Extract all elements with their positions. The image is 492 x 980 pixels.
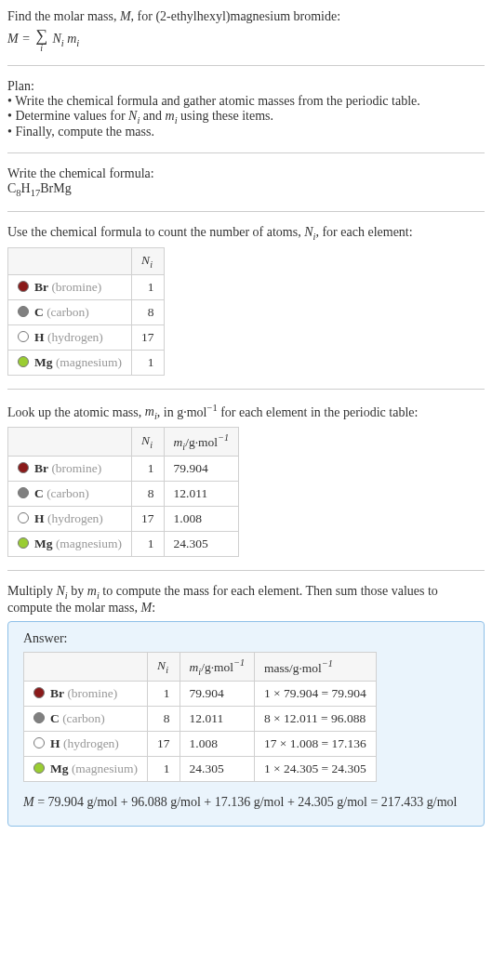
answer-label: Answer: xyxy=(23,631,469,646)
col-n: Ni xyxy=(132,428,165,457)
cell-mass: 1 × 24.305 = 24.305 xyxy=(254,757,376,782)
cell-n: 1 xyxy=(148,682,180,707)
element-color-dot xyxy=(18,512,29,523)
cell-n: 1 xyxy=(132,274,165,299)
count-heading: Use the chemical formula to count the nu… xyxy=(7,225,485,242)
table-header-row: Ni xyxy=(8,247,165,274)
cell-element: C (carbon) xyxy=(8,482,132,507)
cell-element: Br (bromine) xyxy=(8,274,132,299)
answer-table: Ni mi/g·mol−1 mass/g·mol−1 Br (bromine)1… xyxy=(23,652,377,782)
table-row: Br (bromine)1 xyxy=(8,274,165,299)
col-m: mi/g·mol−1 xyxy=(164,428,238,457)
cell-m: 24.305 xyxy=(164,532,238,557)
element-name: (bromine) xyxy=(67,686,117,700)
intro-formula: M = ∑i Ni mi xyxy=(7,28,485,52)
cell-mass: 17 × 1.008 = 17.136 xyxy=(254,732,376,757)
cell-element: Br (bromine) xyxy=(24,682,148,707)
plan-b2-post: using these items. xyxy=(178,109,273,123)
final-equation: M = 79.904 g/mol + 96.088 g/mol + 17.136… xyxy=(23,793,469,812)
cell-m: 24.305 xyxy=(180,757,254,782)
cell-n: 8 xyxy=(132,482,165,507)
col-m: mi/g·mol−1 xyxy=(180,653,254,682)
element-symbol: C xyxy=(50,711,60,725)
intro-block: Find the molar mass, M, for (2-ethylhexy… xyxy=(7,4,485,58)
cell-mass: 1 × 79.904 = 79.904 xyxy=(254,682,376,707)
divider xyxy=(7,65,485,66)
cell-element: H (hydrogen) xyxy=(24,732,148,757)
plan-bullet-3: • Finally, compute the mass. xyxy=(7,125,485,139)
col-element xyxy=(24,653,148,682)
mass-heading: Look up the atomic mass, mi, in g·mol−1 … xyxy=(7,403,485,421)
element-name: (hydrogen) xyxy=(47,511,103,525)
col-element xyxy=(8,247,132,274)
divider xyxy=(7,570,485,571)
cell-m: 1.008 xyxy=(164,507,238,532)
plan-b2-pre: • Determine values for xyxy=(7,109,128,123)
element-color-dot xyxy=(33,687,45,698)
element-symbol: H xyxy=(34,511,45,525)
element-name: (magnesium) xyxy=(72,761,138,775)
cell-element: C (carbon) xyxy=(24,707,148,732)
mul-mid: by xyxy=(68,584,87,598)
col-element xyxy=(8,428,132,457)
cell-element: Br (bromine) xyxy=(8,457,132,482)
cell-n: 8 xyxy=(148,707,180,732)
cell-element: H (hydrogen) xyxy=(8,507,132,532)
element-name: (magnesium) xyxy=(56,355,122,369)
cell-n: 1 xyxy=(132,457,165,482)
cell-n: 1 xyxy=(148,757,180,782)
table-row: Mg (magnesium)1 xyxy=(8,350,165,375)
element-symbol: Br xyxy=(34,280,48,294)
element-symbol: C xyxy=(34,305,44,319)
element-name: (carbon) xyxy=(47,486,89,500)
element-name: (bromine) xyxy=(51,280,101,294)
count-heading-pre: Use the chemical formula to count the nu… xyxy=(7,225,304,239)
chemformula-value: C8H17BrMg xyxy=(7,181,485,198)
cell-n: 1 xyxy=(132,350,165,375)
chemformula-block: Write the chemical formula: C8H17BrMg xyxy=(7,161,485,204)
plan-b2-mid: and xyxy=(140,109,165,123)
table-row: Br (bromine)179.9041 × 79.904 = 79.904 xyxy=(24,682,377,707)
mass-heading-pre: Look up the atomic mass, xyxy=(7,404,145,418)
element-name: (carbon) xyxy=(62,711,105,725)
table-header-row: Ni mi/g·mol−1 xyxy=(8,428,239,457)
table-row: H (hydrogen)171.00817 × 1.008 = 17.136 xyxy=(24,732,377,757)
final-equation-value: 79.904 g/mol + 96.088 g/mol + 17.136 g/m… xyxy=(48,795,458,809)
element-name: (hydrogen) xyxy=(47,330,103,344)
divider xyxy=(7,211,485,212)
cell-m: 79.904 xyxy=(164,457,238,482)
col-n: Ni xyxy=(132,247,165,274)
cell-element: H (hydrogen) xyxy=(8,324,132,350)
element-symbol: Br xyxy=(50,686,64,700)
cell-n: 1 xyxy=(132,532,165,557)
cell-n: 17 xyxy=(148,732,180,757)
element-color-dot xyxy=(18,281,29,292)
count-heading-post: , for each element: xyxy=(315,225,412,239)
element-color-dot xyxy=(33,762,45,774)
table-row: C (carbon)8 xyxy=(8,299,165,324)
table-row: Br (bromine)179.904 xyxy=(8,457,239,482)
element-symbol: Mg xyxy=(50,761,69,775)
divider xyxy=(7,389,485,390)
cell-element: Mg (magnesium) xyxy=(24,757,148,782)
element-symbol: Br xyxy=(34,461,48,475)
plan-bullet-2: • Determine values for Ni and mi using t… xyxy=(7,109,485,126)
mass-block: Look up the atomic mass, mi, in g·mol−1 … xyxy=(7,397,485,563)
element-color-dot xyxy=(18,462,29,473)
cell-m: 1.008 xyxy=(180,732,254,757)
cell-n: 17 xyxy=(132,507,165,532)
intro-text: Find the molar mass, M, for (2-ethylhexy… xyxy=(7,9,485,24)
table-row: H (hydrogen)171.008 xyxy=(8,507,239,532)
table-row: H (hydrogen)17 xyxy=(8,324,165,350)
col-mass: mass/g·mol−1 xyxy=(254,653,376,682)
chemformula-heading: Write the chemical formula: xyxy=(7,166,485,181)
element-symbol: H xyxy=(50,736,60,750)
multiply-heading: Multiply Ni by mi to compute the mass fo… xyxy=(7,584,485,616)
cell-n: 17 xyxy=(132,324,165,350)
element-symbol: H xyxy=(34,330,45,344)
element-color-dot xyxy=(33,737,45,748)
mass-heading-mid: , in g·mol xyxy=(157,404,207,418)
answer-box: Answer: Ni mi/g·mol−1 mass/g·mol−1 Br (b… xyxy=(7,621,485,826)
element-name: (hydrogen) xyxy=(63,736,119,750)
element-symbol: Mg xyxy=(34,355,53,369)
